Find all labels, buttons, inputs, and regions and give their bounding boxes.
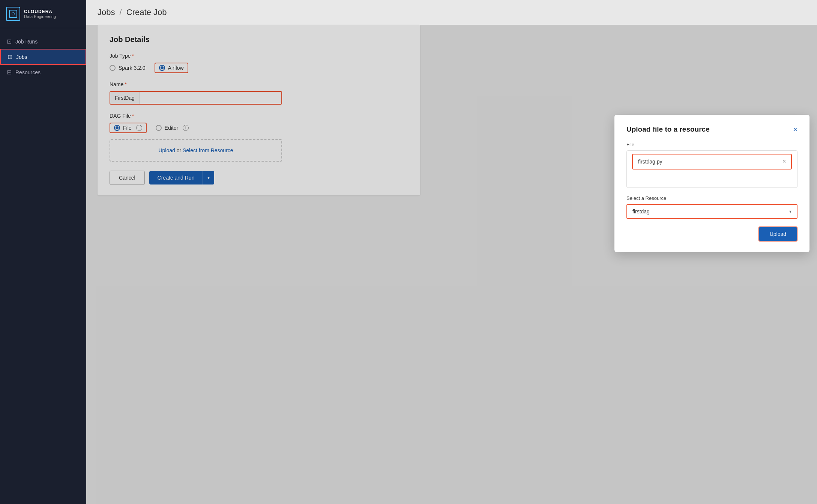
sidebar-item-label: Job Runs xyxy=(15,39,38,45)
sidebar-item-label: Jobs xyxy=(16,54,27,60)
modal-resource-field: Select a Resource firstdag ▾ xyxy=(626,195,797,219)
sidebar-item-resources[interactable]: ⊟ Resources xyxy=(0,65,86,80)
logo: CLOUDERA Data Engineering xyxy=(0,0,86,28)
brand-name: CLOUDERA xyxy=(24,9,56,14)
upload-modal: Upload file to a resource × File firstda… xyxy=(614,115,809,252)
content-area: Job Details Job Type* Spark 3.2.0 Airflo… xyxy=(86,25,817,504)
resource-value: firstdag xyxy=(632,208,650,214)
upload-button[interactable]: Upload xyxy=(758,226,797,242)
sidebar-nav: ⊡ Job Runs ⊞ Jobs ⊟ Resources xyxy=(0,28,86,86)
sidebar-item-label: Resources xyxy=(15,69,41,75)
modal-file-field: File firstdag.py × xyxy=(626,142,797,188)
modal-title: Upload file to a resource xyxy=(626,125,710,134)
job-runs-icon: ⊡ xyxy=(7,38,12,45)
file-tag-box: firstdag.py × xyxy=(632,154,792,170)
breadcrumb-separator: / xyxy=(120,8,122,17)
breadcrumb-jobs: Jobs xyxy=(98,8,115,17)
page-header: Jobs / Create Job xyxy=(86,0,817,25)
modal-overlay xyxy=(86,25,817,504)
resource-select[interactable]: firstdag ▾ xyxy=(626,204,797,219)
sidebar-item-job-runs[interactable]: ⊡ Job Runs xyxy=(0,34,86,49)
sidebar: CLOUDERA Data Engineering ⊡ Job Runs ⊞ J… xyxy=(0,0,86,504)
file-name: firstdag.py xyxy=(638,159,662,165)
sidebar-item-jobs[interactable]: ⊞ Jobs xyxy=(0,49,86,65)
file-tag: firstdag.py xyxy=(638,159,662,165)
logo-icon xyxy=(6,7,20,21)
file-clear-button[interactable]: × xyxy=(782,158,786,165)
modal-close-button[interactable]: × xyxy=(793,126,797,133)
file-input-area[interactable]: firstdag.py × xyxy=(626,150,797,188)
modal-file-label: File xyxy=(626,142,797,147)
resources-icon: ⊟ xyxy=(7,69,12,76)
main-content: Jobs / Create Job Job Details Job Type* … xyxy=(86,0,817,504)
jobs-icon: ⊞ xyxy=(8,53,12,60)
brand-sub: Data Engineering xyxy=(24,14,56,19)
breadcrumb-create-job: Create Job xyxy=(126,8,167,17)
resource-arrow-icon: ▾ xyxy=(789,209,791,214)
modal-header: Upload file to a resource × xyxy=(626,125,797,134)
modal-resource-label: Select a Resource xyxy=(626,195,797,201)
